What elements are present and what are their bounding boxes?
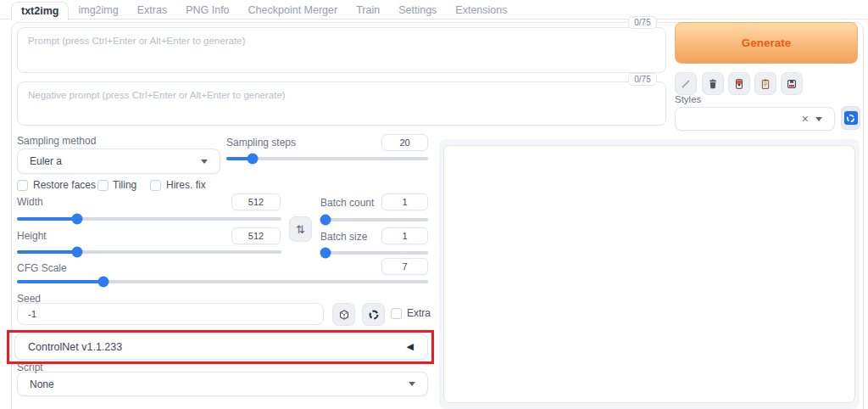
slider-thumb[interactable]: [71, 214, 82, 225]
styles-clear-icon[interactable]: ×: [802, 112, 809, 126]
sampling-method-label: Sampling method: [17, 135, 96, 147]
refresh-styles-button[interactable]: [841, 106, 860, 130]
chevron-down-icon: [815, 117, 822, 121]
sampling-method-value: Euler a: [18, 155, 201, 167]
batch-count-label: Batch count: [320, 197, 374, 209]
seed-extra-checkbox[interactable]: [391, 308, 402, 319]
swap-width-height-button[interactable]: ⇅: [289, 216, 312, 242]
collapse-arrow-icon: ◀: [407, 341, 414, 352]
slider-thumb[interactable]: [320, 248, 331, 259]
diagonal-arrow-icon: [680, 78, 692, 90]
show-extra-networks-button[interactable]: [728, 72, 750, 95]
random-seed-button[interactable]: [332, 303, 355, 326]
cfg-scale-slider[interactable]: [17, 280, 428, 283]
prompt-input[interactable]: [17, 27, 666, 73]
reuse-seed-button[interactable]: [362, 303, 385, 326]
slider-thumb[interactable]: [320, 215, 331, 226]
width-slider[interactable]: [17, 217, 281, 221]
recycle-icon: [368, 309, 380, 321]
tab-settings[interactable]: Settings: [389, 2, 446, 20]
controlnet-accordion[interactable]: ControlNet v1.1.233 ◀: [14, 333, 428, 360]
hires-fix-label: Hires. fix: [166, 179, 206, 191]
floppy-disk-icon: [786, 78, 798, 90]
restore-faces-checkbox[interactable]: [17, 180, 28, 191]
script-dropdown[interactable]: None: [17, 372, 428, 396]
sampling-steps-slider[interactable]: [226, 157, 428, 160]
apply-styles-button[interactable]: [754, 72, 776, 95]
styles-label: Styles: [675, 94, 701, 104]
tab-img2img[interactable]: img2img: [69, 2, 127, 20]
tiling-label: Tiling: [113, 179, 136, 191]
tab-bar: txt2img img2img Extras PNG Info Checkpoi…: [11, 2, 517, 20]
seed-extra-label: Extra: [407, 307, 431, 319]
negative-prompt-token-counter: 0/75: [628, 73, 657, 86]
cfg-scale-input[interactable]: [381, 258, 428, 275]
tab-train[interactable]: Train: [347, 2, 389, 20]
tiling-checkbox[interactable]: [97, 180, 108, 191]
sampling-steps-input[interactable]: [381, 134, 428, 151]
negative-prompt-input[interactable]: [17, 81, 666, 126]
restore-faces-label: Restore faces: [33, 179, 96, 191]
chevron-down-icon: [409, 382, 415, 386]
slider-thumb[interactable]: [247, 154, 258, 165]
tab-extras[interactable]: Extras: [128, 2, 176, 20]
script-dropdown-value: None: [18, 378, 409, 390]
tab-checkpoint-merger[interactable]: Checkpoint Merger: [239, 2, 348, 20]
batch-count-input[interactable]: [381, 193, 428, 210]
generate-button[interactable]: Generate: [675, 22, 858, 64]
tab-txt2img[interactable]: txt2img: [11, 2, 69, 20]
batch-size-slider[interactable]: [320, 251, 428, 255]
batch-size-input[interactable]: [381, 227, 428, 244]
width-label: Width: [17, 196, 43, 208]
slider-thumb[interactable]: [97, 277, 108, 288]
card-icon: [733, 78, 745, 90]
styles-dropdown[interactable]: ×: [675, 107, 835, 131]
clipboard-icon: [760, 78, 771, 90]
tab-extensions[interactable]: Extensions: [446, 2, 516, 20]
trash-icon: [707, 78, 719, 90]
clear-prompt-button[interactable]: [702, 72, 724, 95]
batch-count-slider[interactable]: [320, 218, 428, 221]
cfg-scale-label: CFG Scale: [17, 262, 67, 274]
width-input[interactable]: [231, 193, 281, 210]
chevron-down-icon: [201, 160, 208, 164]
save-style-button[interactable]: [781, 72, 803, 95]
controlnet-accordion-title: ControlNet v1.1.233: [15, 341, 407, 353]
tab-png-info[interactable]: PNG Info: [176, 2, 238, 20]
slider-thumb[interactable]: [71, 247, 82, 258]
seed-input[interactable]: [17, 303, 324, 325]
prompt-token-counter: 0/75: [628, 16, 657, 29]
paste-generation-params-button[interactable]: [675, 72, 697, 95]
height-label: Height: [17, 230, 47, 242]
hires-fix-checkbox[interactable]: [150, 180, 161, 191]
sampling-steps-label: Sampling steps: [226, 137, 296, 148]
refresh-icon: [844, 111, 858, 125]
height-input[interactable]: [231, 227, 281, 244]
height-slider[interactable]: [17, 250, 281, 254]
swap-arrows-icon: ⇅: [296, 223, 305, 236]
sampling-method-dropdown[interactable]: Euler a: [17, 148, 220, 174]
script-label: Script: [17, 361, 43, 373]
batch-size-label: Batch size: [320, 231, 367, 243]
dice-icon: [338, 309, 350, 321]
output-image-area: [443, 145, 855, 403]
txt2img-screen: txt2img img2img Extras PNG Info Checkpoi…: [0, 0, 868, 409]
